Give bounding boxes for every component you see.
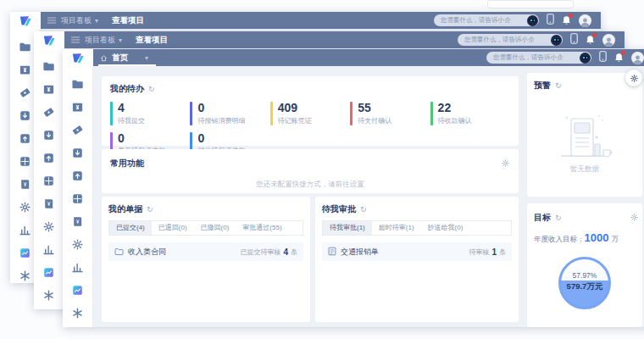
tab-home[interactable]: 首页	[112, 53, 128, 64]
titlebar-actions: 您需要什么，请告诉小企	[486, 49, 644, 66]
ledger-icon[interactable]	[19, 178, 31, 191]
asterisk-icon[interactable]	[42, 289, 55, 302]
bar-chart-icon[interactable]	[42, 243, 55, 256]
assistant-search-input[interactable]: 您需要什么，请告诉小企	[434, 14, 539, 26]
ticket-icon[interactable]	[19, 86, 31, 99]
avatar[interactable]	[602, 34, 615, 47]
tab-overdue[interactable]: 超时待审(1)	[372, 221, 421, 235]
folder-icon[interactable]	[71, 78, 84, 91]
ledger-icon[interactable]	[71, 215, 84, 228]
app-logo[interactable]	[63, 49, 93, 66]
goal-card: 目标 ↻ 年度收入目标： 1000 万 57.97% 579.7万元	[527, 203, 642, 327]
refresh-icon[interactable]: ↻	[360, 205, 367, 214]
active-page-tab[interactable]: 查看项目	[112, 15, 144, 26]
liquid-gauge-chart: 57.97% 579.7万元	[558, 257, 611, 309]
document-status: 已提交待审核	[240, 247, 280, 257]
sidebar	[63, 66, 93, 327]
ticket-icon[interactable]	[42, 106, 55, 119]
folder-icon[interactable]	[19, 41, 31, 53]
caret-down-icon[interactable]: ▾	[95, 17, 98, 25]
refresh-icon[interactable]: ↻	[147, 205, 153, 214]
gear-icon[interactable]	[71, 238, 84, 251]
tab-submitted[interactable]: 已提交(4)	[109, 221, 152, 235]
gear-icon[interactable]	[19, 201, 31, 214]
bar-chart-icon[interactable]	[71, 261, 84, 274]
bell-icon[interactable]	[614, 53, 624, 63]
stat-label: 待我提交	[118, 116, 145, 125]
calculator-icon[interactable]	[19, 155, 31, 168]
board-menu[interactable]: 项目看板	[61, 15, 92, 26]
asterisk-icon[interactable]	[71, 307, 84, 320]
tab-returned[interactable]: 已退回(0)	[152, 221, 194, 235]
bell-icon[interactable]	[562, 15, 571, 25]
refresh-icon[interactable]: ↻	[148, 85, 155, 93]
tab-withdrawn[interactable]: 已撤回(0)	[194, 221, 236, 235]
app-logo[interactable]	[34, 31, 64, 48]
ticket-icon[interactable]	[71, 124, 84, 136]
todo-item[interactable]: 22待收款确认	[430, 102, 510, 125]
calculator-icon[interactable]	[42, 175, 55, 187]
tab-pending-approval[interactable]: 待我审批(1)	[323, 221, 372, 235]
report-icon[interactable]	[71, 284, 84, 297]
todo-grid: 4待我提交 0待报销消费明细 409待记账凭证 55待支付确认 22待收款确认 …	[110, 102, 510, 155]
bell-icon[interactable]	[586, 35, 595, 45]
income-icon[interactable]	[42, 152, 55, 164]
bar-chart-icon[interactable]	[19, 224, 31, 236]
assistant-search-input[interactable]: 您需要什么，请告诉小企	[486, 52, 591, 64]
invoice-icon[interactable]	[71, 101, 84, 114]
gauge-percent: 57.97%	[561, 271, 608, 280]
todo-item[interactable]: 409待记账凭证	[270, 102, 350, 125]
refresh-icon[interactable]: ↻	[555, 214, 562, 222]
asterisk-icon[interactable]	[19, 270, 31, 282]
calculator-icon[interactable]	[71, 192, 84, 205]
phone-icon[interactable]	[570, 32, 578, 47]
document-name: 收入类合同	[128, 247, 166, 258]
tab-approved[interactable]: 审批通过(55)	[236, 221, 288, 235]
app-logo[interactable]	[10, 12, 41, 29]
report-icon[interactable]	[42, 266, 55, 279]
approval-status: 待审核	[469, 247, 489, 257]
common-empty-text[interactable]: 您还未配置快捷方式，请前往设置	[110, 180, 510, 190]
todo-title: 我的待办	[110, 83, 144, 95]
invoice-icon[interactable]	[42, 83, 55, 96]
robot-icon[interactable]	[527, 15, 538, 26]
gear-icon[interactable]	[42, 220, 55, 233]
income-icon[interactable]	[71, 170, 84, 182]
folder-icon[interactable]	[42, 60, 55, 73]
caret-down-icon[interactable]: ▾	[145, 54, 148, 62]
todo-item[interactable]: 55待支付确认	[350, 102, 430, 125]
invoice-icon[interactable]	[19, 64, 31, 76]
settings-gear-icon[interactable]	[501, 156, 510, 171]
expense-icon[interactable]	[71, 147, 84, 159]
assistant-search-input[interactable]: 您需要什么，请告诉小企	[458, 34, 563, 46]
expense-icon[interactable]	[42, 129, 55, 142]
robot-icon[interactable]	[551, 35, 562, 46]
todo-item[interactable]: 0待报销消费明细	[190, 102, 269, 125]
board-menu[interactable]: 项目看板	[85, 35, 115, 46]
phone-icon[interactable]	[599, 50, 607, 65]
ledger-icon[interactable]	[42, 197, 55, 210]
report-icon[interactable]	[19, 247, 31, 259]
home-icon	[100, 54, 108, 62]
refresh-icon[interactable]: ↻	[555, 81, 562, 90]
dashboard-settings-button[interactable]	[625, 69, 642, 86]
document-row[interactable]: 收入类合同 已提交待审核 4 条	[108, 242, 303, 261]
income-icon[interactable]	[19, 132, 31, 145]
titlebar: 首页 ▾ 您需要什么，请告诉小企	[93, 49, 644, 66]
phone-icon[interactable]	[547, 13, 554, 28]
approvals-card: 待我审批 ↻ 待我审批(1) 超时待审(1) 抄送给我(0) 交通报销单 待审核…	[315, 197, 519, 322]
todo-item[interactable]: 4待我提交	[110, 102, 190, 125]
hamburger-icon[interactable]	[71, 36, 80, 43]
caret-down-icon[interactable]: ▾	[119, 36, 122, 44]
tab-cc-to-me[interactable]: 抄送给我(0)	[421, 221, 470, 235]
settings-gear-icon[interactable]	[630, 210, 639, 225]
avatar[interactable]	[579, 14, 591, 27]
approval-row[interactable]: 交通报销单 待审核 1 条	[322, 242, 512, 261]
robot-icon[interactable]	[580, 53, 591, 64]
avatar[interactable]	[631, 52, 644, 64]
notification-badge	[592, 33, 597, 37]
hamburger-icon[interactable]	[47, 17, 56, 24]
dashboard: 我的待办 ↻ 4待我提交 0待报销消费明细 409待记账凭证 55待支付确认 2…	[93, 66, 644, 327]
active-page-tab[interactable]: 查看项目	[136, 35, 168, 46]
expense-icon[interactable]	[19, 109, 31, 122]
